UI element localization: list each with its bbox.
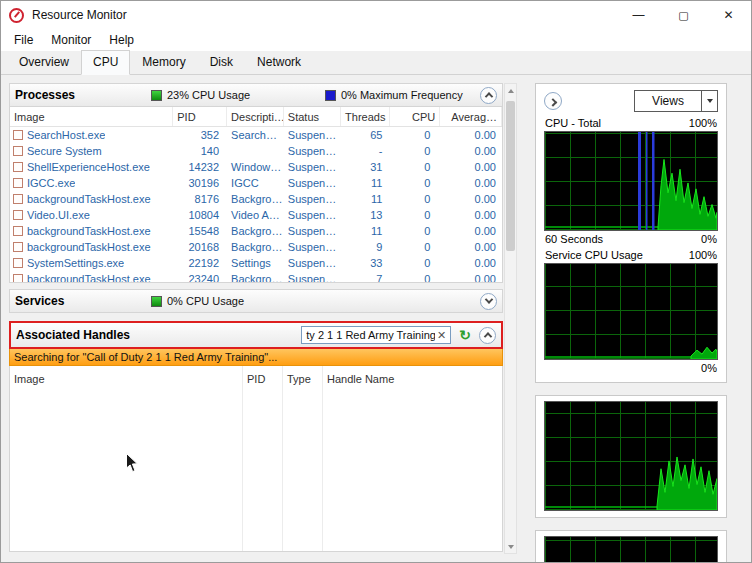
handle-search-input[interactable] xyxy=(306,329,435,341)
process-description: Backgro… xyxy=(227,241,284,253)
row-checkbox[interactable] xyxy=(13,178,23,188)
handles-column-handle-name[interactable]: Handle Name xyxy=(323,366,502,388)
menu-file[interactable]: File xyxy=(5,33,42,47)
table-row[interactable]: IGCC.exe 30196 IGCC Suspen… 11 0 0.00 xyxy=(10,175,502,191)
column-header-pid[interactable]: PID xyxy=(173,107,227,126)
cpu-total-title: CPU - Total xyxy=(545,117,601,129)
table-row[interactable]: Secure System 140 Suspen… - 0 0.00 xyxy=(10,143,502,159)
service-cpu-graph xyxy=(544,263,718,360)
column-header-average[interactable]: Averag… xyxy=(440,107,502,126)
process-average: 0.00 xyxy=(440,241,502,253)
vertical-scrollbar[interactable] xyxy=(504,83,517,554)
row-checkbox[interactable] xyxy=(13,130,23,140)
handle-search-box: ✕ xyxy=(301,326,451,344)
scroll-down-icon[interactable] xyxy=(505,540,516,553)
cpu-usage-label: 23% CPU Usage xyxy=(167,89,325,101)
process-threads: 11 xyxy=(341,177,391,189)
row-checkbox[interactable] xyxy=(13,258,23,268)
menu-bar: File Monitor Help xyxy=(1,29,751,51)
tab-overview[interactable]: Overview xyxy=(7,50,81,75)
column-header-image[interactable]: Image xyxy=(10,107,173,126)
process-pid: 23240 xyxy=(173,273,227,283)
handles-column-image[interactable]: Image xyxy=(10,366,243,388)
scrollbar-thumb[interactable] xyxy=(506,101,515,251)
cpu-total-graph xyxy=(544,131,718,231)
views-dropdown-arrow[interactable] xyxy=(701,91,717,111)
process-name: SearchHost.exe xyxy=(27,129,105,141)
menu-monitor[interactable]: Monitor xyxy=(42,33,100,47)
process-cpu: 0 xyxy=(390,161,440,173)
row-checkbox[interactable] xyxy=(13,226,23,236)
process-cpu: 0 xyxy=(390,129,440,141)
table-row[interactable]: Video.UI.exe 10804 Video A… Suspen… 13 0… xyxy=(10,207,502,223)
scroll-up-icon[interactable] xyxy=(505,84,516,97)
table-row[interactable]: backgroundTaskHost.exe 23240 Backgro… Su… xyxy=(10,271,502,283)
panel-expand-button[interactable] xyxy=(544,92,562,110)
views-dropdown-button[interactable]: Views xyxy=(634,90,718,112)
service-cpu-bottom-row: 0% xyxy=(544,360,718,376)
process-threads: 65 xyxy=(341,129,391,141)
handles-column-type[interactable]: Type xyxy=(283,366,323,388)
table-row[interactable]: ShellExperienceHost.exe 14232 Window… Su… xyxy=(10,159,502,175)
row-checkbox[interactable] xyxy=(13,194,23,204)
scrollbar-track[interactable] xyxy=(505,97,516,540)
handles-body-column xyxy=(283,388,323,551)
process-threads: 13 xyxy=(341,209,391,221)
table-row[interactable]: backgroundTaskHost.exe 20168 Backgro… Su… xyxy=(10,239,502,255)
clear-search-icon[interactable]: ✕ xyxy=(435,329,448,342)
menu-help[interactable]: Help xyxy=(100,33,143,47)
column-header-cpu[interactable]: CPU xyxy=(390,107,440,126)
table-row[interactable]: SearchHost.exe 352 Search… Suspen… 65 0 … xyxy=(10,127,502,143)
process-description: Backgro… xyxy=(227,193,284,205)
process-average: 0.00 xyxy=(440,257,502,269)
column-header-description[interactable]: Descripti… xyxy=(227,107,284,126)
tab-memory[interactable]: Memory xyxy=(130,50,197,75)
process-name: IGCC.exe xyxy=(27,177,75,189)
process-status: Suspen… xyxy=(284,241,341,253)
cpu-core-graph-box-2 xyxy=(535,530,727,562)
chevron-down-icon xyxy=(707,99,713,103)
search-refresh-icon[interactable]: ↻ xyxy=(455,327,475,343)
process-status: Suspen… xyxy=(284,145,341,157)
process-cpu: 0 xyxy=(390,209,440,221)
handles-body-column xyxy=(10,388,243,551)
process-pid: 20168 xyxy=(173,241,227,253)
row-checkbox[interactable] xyxy=(13,274,23,283)
process-name: Video.UI.exe xyxy=(27,209,90,221)
row-checkbox[interactable] xyxy=(13,210,23,220)
row-checkbox[interactable] xyxy=(13,146,23,156)
process-status: Suspen… xyxy=(284,161,341,173)
close-button[interactable]: ✕ xyxy=(706,1,751,29)
tab-disk[interactable]: Disk xyxy=(198,50,245,75)
row-checkbox[interactable] xyxy=(13,162,23,172)
tab-cpu[interactable]: CPU xyxy=(81,50,130,75)
process-average: 0.00 xyxy=(440,225,502,237)
process-average: 0.00 xyxy=(440,209,502,221)
process-threads: 31 xyxy=(341,161,391,173)
table-row[interactable]: backgroundTaskHost.exe 15548 Backgro… Su… xyxy=(10,223,502,239)
process-name: backgroundTaskHost.exe xyxy=(27,241,151,253)
services-cpu-swatch-icon xyxy=(151,296,162,307)
handles-collapse-button[interactable] xyxy=(479,327,496,344)
handles-column-pid[interactable]: PID xyxy=(243,366,283,388)
services-expand-button[interactable] xyxy=(480,293,497,310)
maximize-button[interactable]: ▢ xyxy=(661,1,706,29)
process-status: Suspen… xyxy=(284,225,341,237)
searching-status-text: Searching for "Call of Duty 2 1 1 Red Ar… xyxy=(14,351,277,363)
table-row[interactable]: backgroundTaskHost.exe 8176 Backgro… Sus… xyxy=(10,191,502,207)
resource-monitor-window: Resource Monitor — ▢ ✕ File Monitor Help… xyxy=(0,0,752,563)
row-checkbox[interactable] xyxy=(13,242,23,252)
cpu-tab-content: Processes 23% CPU Usage 0% Maximum Frequ… xyxy=(1,75,751,562)
process-pid: 14232 xyxy=(173,161,227,173)
process-name: backgroundTaskHost.exe xyxy=(27,193,151,205)
process-pid: 352 xyxy=(173,129,227,141)
cpu-total-max-label: 100% xyxy=(689,117,717,129)
column-header-status[interactable]: Status xyxy=(284,107,341,126)
column-header-threads[interactable]: Threads xyxy=(341,107,391,126)
processes-collapse-button[interactable] xyxy=(480,87,497,104)
minimize-button[interactable]: — xyxy=(616,1,661,29)
process-threads: - xyxy=(341,145,391,157)
table-row[interactable]: SystemSettings.exe 22192 Settings Suspen… xyxy=(10,255,502,271)
tab-network[interactable]: Network xyxy=(245,50,313,75)
process-threads: 9 xyxy=(341,241,391,253)
